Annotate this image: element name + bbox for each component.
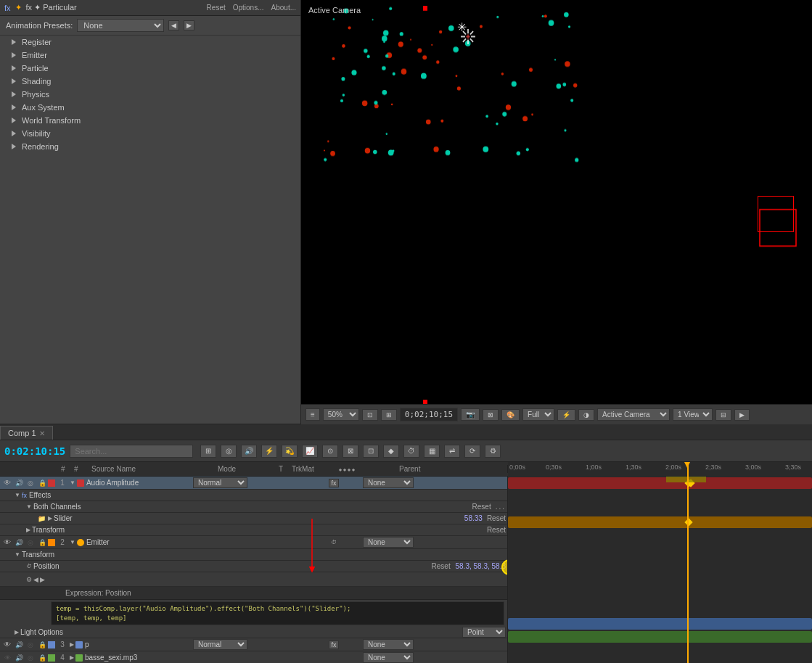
fit-btn[interactable]: ⊡ <box>362 409 378 421</box>
lock-icon-4[interactable]: 🔒 <box>36 654 48 662</box>
both-channels-reset[interactable]: Reset <box>472 503 491 511</box>
emitter-transform-row[interactable]: ▼ Transform <box>0 549 507 561</box>
quality-select[interactable]: Full Half <box>522 408 554 421</box>
lock-icon-1[interactable]: 🔒 <box>36 479 48 487</box>
motion-blur-btn[interactable]: 💫 <box>282 445 298 458</box>
snapshot-btn[interactable]: 📷 <box>461 408 480 421</box>
section-physics[interactable]: Physics <box>0 88 300 101</box>
expand-icon-3[interactable]: ▶ <box>70 641 74 648</box>
parent-cell-1[interactable]: None <box>363 477 428 488</box>
parent-select-4[interactable]: None <box>363 652 414 663</box>
parent-cell-3[interactable]: None <box>363 639 428 650</box>
layer-row-2[interactable]: 👁 🔊 ◎ 🔒 2 ▼ Emitter ⏱ <box>0 536 507 549</box>
track-bar-3[interactable] <box>508 618 812 630</box>
visibility-icon-4[interactable]: 👁 <box>1 654 13 662</box>
transform-expand-1[interactable]: ▶ <box>26 527 30 533</box>
position-stopwatch[interactable]: ⏱ <box>26 563 32 569</box>
view-select[interactable]: 1 View 2 Views <box>673 408 713 421</box>
solo-icon-3[interactable]: ◎ <box>25 641 36 648</box>
both-channels-row[interactable]: ▼ Both Channels Reset ... <box>0 501 507 513</box>
track-bar-2[interactable] <box>508 516 812 528</box>
mode-cell-3[interactable]: Normal <box>193 639 251 650</box>
audio-btn[interactable]: 🔊 <box>241 445 257 458</box>
section-particle[interactable]: Particle <box>0 62 300 75</box>
position-row[interactable]: ⏱ Position Reset 58.3, 58.3, 58.3 <box>0 561 507 572</box>
slider-row[interactable]: 📁 ▶ Slider 58.33 Reset <box>0 513 507 524</box>
solo-icon-2[interactable]: ◎ <box>25 539 36 546</box>
section-world-transform[interactable]: World Transform <box>0 114 300 127</box>
slider-reset[interactable]: Reset <box>487 514 506 522</box>
anim-prev-btn[interactable]: ◀ <box>168 20 179 30</box>
fast-preview-btn[interactable]: ⚡ <box>557 409 575 421</box>
visibility-icon-2[interactable]: 👁 <box>1 538 13 546</box>
solo-icon-4[interactable]: ◎ <box>25 654 36 662</box>
stopwatch-icon-2[interactable]: ⏱ <box>331 539 337 545</box>
new-comp-btn[interactable]: ⊞ <box>200 445 216 458</box>
visibility-icon-3[interactable]: 👁 <box>1 641 13 648</box>
position-reset-btn[interactable]: Reset <box>432 562 451 570</box>
section-aux-system[interactable]: Aux System <box>0 101 300 114</box>
guide-btn[interactable]: ⊠ <box>343 445 358 458</box>
lasso-btn[interactable]: ⊙ <box>322 445 338 458</box>
visibility-icon-1[interactable]: 👁 <box>1 479 13 487</box>
effects-expand[interactable]: ▼ <box>15 492 20 498</box>
layer-row-3[interactable]: 👁 🔊 ◎ 🔒 3 ▶ p Normal <box>0 638 507 651</box>
transform-row-1[interactable]: ▶ Transform Reset <box>0 524 507 536</box>
lock-icon-3[interactable]: 🔒 <box>36 641 48 648</box>
track-bar-1[interactable] <box>508 477 812 489</box>
camera-select[interactable]: Active Camera <box>597 408 670 421</box>
light-mode-select[interactable]: Point <box>462 627 506 638</box>
comp-tab-close[interactable]: ✕ <box>39 429 45 437</box>
search-input[interactable] <box>70 445 193 458</box>
grid-btn[interactable]: ⊞ <box>381 409 397 421</box>
zoom-select[interactable]: 50% 100% <box>323 408 359 421</box>
expand-icon-1[interactable]: ▼ <box>70 479 75 486</box>
lock-icon-2[interactable]: 🔒 <box>36 539 48 546</box>
section-rendering[interactable]: Rendering <box>0 140 300 153</box>
audio-icon-2[interactable]: 🔊 <box>13 539 25 546</box>
transform-reset-1[interactable]: Reset <box>487 526 506 534</box>
parent-select-3[interactable]: None <box>363 639 414 650</box>
parent-select-1[interactable]: None <box>363 477 414 488</box>
snap-btn[interactable]: ⊡ <box>363 445 379 458</box>
solo-btn[interactable]: ◎ <box>221 445 237 458</box>
alpha-btn[interactable]: ⊠ <box>483 409 499 421</box>
flow2-btn[interactable]: ⟳ <box>464 445 480 458</box>
slider-value[interactable]: 58.33 <box>464 514 483 522</box>
light-mode-select-wrap[interactable]: Point <box>462 627 506 638</box>
fx-btn-3[interactable]: fx <box>329 641 338 649</box>
color-mgmt-btn[interactable]: 🎨 <box>501 409 520 421</box>
mode-cell-1[interactable]: Normal <box>193 477 251 488</box>
icons-btn[interactable]: ⚙ <box>485 445 501 458</box>
keyframe-btn[interactable]: ◆ <box>383 445 399 458</box>
flow-btn[interactable]: ⇌ <box>444 445 460 458</box>
expand-icon-4[interactable]: ▶ <box>70 654 74 661</box>
audio-icon-3[interactable]: 🔊 <box>13 641 25 648</box>
draft-btn[interactable]: ⚡ <box>261 445 277 458</box>
exposure-btn[interactable]: ◑ <box>578 409 594 421</box>
emitter-transform-expand[interactable]: ▼ <box>15 551 20 558</box>
playhead[interactable] <box>687 462 689 477</box>
position-value[interactable]: Reset 58.3, 58.3, 58.3 <box>432 562 506 570</box>
section-visibility[interactable]: Visibility <box>0 127 300 140</box>
section-shading[interactable]: Shading <box>0 75 300 88</box>
layout-btn[interactable]: ⊟ <box>715 409 731 421</box>
track-playhead[interactable] <box>687 477 689 663</box>
effects-row-1[interactable]: ▼ fx Effects <box>0 490 507 501</box>
fx-btn-1[interactable]: fx <box>329 479 338 487</box>
light-options-row[interactable]: ▶ Light Options Point <box>0 627 507 638</box>
about-link[interactable]: About... <box>271 4 296 12</box>
anim-next-btn[interactable]: ▶ <box>184 20 194 30</box>
both-channels-dots[interactable]: ... <box>496 503 506 511</box>
mode-select-3[interactable]: Normal <box>193 639 247 650</box>
options-link[interactable]: Options... <box>233 4 264 12</box>
layer-row-1[interactable]: 👁 🔊 ◎ 🔒 1 ▼ Audio Amplitude Normal <box>0 477 507 490</box>
track-bar-4[interactable] <box>508 631 812 643</box>
mode-select-1[interactable]: Normal <box>193 477 247 488</box>
expr-prev-icon[interactable]: ◀ <box>33 576 38 583</box>
viewer-menu-btn[interactable]: ≡ <box>305 408 320 421</box>
time-stretch-btn[interactable]: ⏱ <box>403 445 419 458</box>
parent-cell-2[interactable]: None <box>363 537 428 548</box>
section-register[interactable]: Register <box>0 36 300 49</box>
expand-icon-2[interactable]: ▼ <box>70 539 75 545</box>
